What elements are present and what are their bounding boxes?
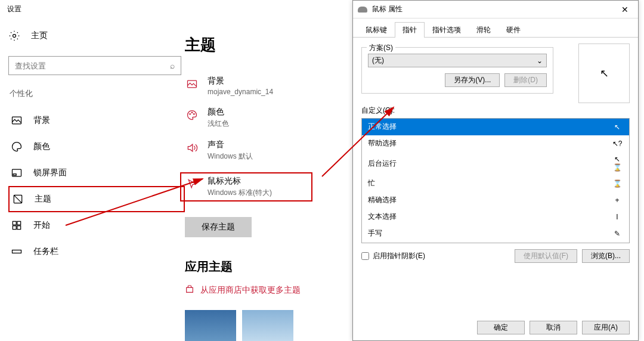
nav-theme[interactable]: 主题 — [8, 186, 185, 212]
svg-point-12 — [191, 112, 193, 113]
close-button[interactable]: ✕ — [612, 1, 638, 18]
picture-icon — [11, 114, 23, 126]
nav-label: 任务栏 — [33, 246, 58, 257]
nav-color[interactable]: 颜色 — [8, 134, 185, 160]
search-icon: ⌕ — [170, 61, 175, 70]
cursor-item-busy[interactable]: 忙 ⌛ — [362, 175, 629, 192]
checkbox-label: 启用指针阴影(E) — [373, 251, 425, 261]
cursor-name: 后台运行 — [368, 159, 397, 169]
save-theme-button[interactable]: 保存主题 — [185, 217, 252, 237]
cursor-preview: ↖ — [578, 44, 630, 103]
search-box[interactable]: ⌕ — [8, 56, 181, 75]
theme-thumbnails — [185, 310, 352, 341]
tab-pointer-options[interactable]: 指针选项 — [425, 22, 469, 38]
theme-item-title: 背景 — [208, 76, 273, 86]
cancel-button[interactable]: 取消 — [530, 321, 577, 334]
theme-item-sub: mojave_dynamic_14 — [208, 88, 273, 96]
nav-label: 开始 — [33, 220, 50, 231]
cursor-arrow-icon: ↖ — [611, 123, 623, 131]
cursor-item-help[interactable]: 帮助选择 ↖? — [362, 135, 629, 152]
cursor-name: 手写 — [368, 228, 382, 238]
theme-thumbnail[interactable] — [242, 310, 293, 341]
checkbox-input[interactable] — [361, 252, 369, 260]
dialog-tabs: 鼠标键 指针 指针选项 滑轮 硬件 — [353, 18, 638, 38]
cursor-name: 精确选择 — [368, 195, 397, 205]
cursor-name: 文本选择 — [368, 212, 397, 222]
cursor-item-text[interactable]: 文本选择 I — [362, 209, 629, 225]
cursor-crosshair-icon: + — [611, 196, 623, 204]
palette-icon — [185, 108, 199, 122]
cursor-busy-icon: ⌛ — [611, 179, 623, 188]
svg-rect-5 — [13, 221, 16, 225]
theme-item-sub: Windows 标准(特大) — [208, 188, 272, 198]
nav-taskbar[interactable]: 任务栏 — [8, 238, 185, 265]
dialog-titlebar[interactable]: 鼠标 属性 ✕ — [353, 1, 638, 18]
theme-item-title: 声音 — [208, 140, 253, 150]
cursor-icon — [185, 177, 199, 191]
palette-icon — [11, 141, 23, 153]
cursor-name: 正常选择 — [368, 122, 397, 132]
home-button[interactable]: 主页 — [8, 24, 185, 48]
nav-background[interactable]: 背景 — [8, 107, 185, 134]
store-icon — [185, 284, 194, 296]
svg-rect-6 — [17, 221, 21, 225]
search-input[interactable] — [15, 61, 170, 70]
svg-rect-7 — [13, 226, 16, 230]
theme-sound[interactable]: 声音 Windows 默认 — [185, 140, 352, 162]
tab-pointers[interactable]: 指针 — [395, 22, 425, 38]
theme-thumbnail[interactable] — [185, 310, 236, 341]
apply-button[interactable]: 应用(A) — [582, 321, 630, 334]
svg-point-0 — [13, 35, 16, 38]
scheme-group: 方案(S) (无) ⌄ 另存为(V)... 删除(D) — [361, 47, 553, 94]
save-as-button[interactable]: 另存为(V)... — [445, 73, 500, 87]
store-link[interactable]: 从应用商店中获取更多主题 — [185, 284, 352, 296]
mouse-properties-dialog: 鼠标 属性 ✕ 鼠标键 指针 指针选项 滑轮 硬件 方案(S) (无) ⌄ 另存… — [352, 0, 639, 341]
cursor-item-precision[interactable]: 精确选择 + — [362, 192, 629, 209]
custom-label: 自定义(C): — [361, 106, 630, 116]
tab-hardware[interactable]: 硬件 — [499, 22, 528, 38]
settings-titlebar: 设置 — [0, 0, 352, 18]
svg-point-13 — [194, 114, 195, 115]
theme-background[interactable]: 背景 mojave_dynamic_14 — [185, 76, 352, 96]
lockscreen-icon — [11, 167, 23, 179]
nav-lockscreen[interactable]: 锁屏界面 — [8, 160, 185, 186]
cursor-help-icon: ↖? — [611, 140, 623, 148]
theme-color[interactable]: 颜色 浅红色 — [185, 107, 352, 129]
pointer-shadow-checkbox[interactable]: 启用指针阴影(E) — [361, 251, 425, 261]
svg-point-11 — [190, 114, 191, 115]
taskbar-icon — [11, 246, 23, 258]
cursor-item-handwriting[interactable]: 手写 ✎ — [362, 225, 629, 242]
tab-wheel[interactable]: 滑轮 — [469, 22, 499, 38]
store-link-text: 从应用商店中获取更多主题 — [200, 285, 301, 296]
nav-label: 背景 — [33, 115, 50, 126]
nav-label: 主题 — [35, 194, 51, 204]
cursor-item-normal[interactable]: 正常选择 ↖ — [362, 119, 629, 135]
cursor-list[interactable]: 正常选择 ↖ 帮助选择 ↖? 后台运行 ↖⌛ 忙 ⌛ 精确选择 + 文本选择 I — [361, 118, 630, 243]
start-icon — [11, 219, 23, 231]
use-default-button[interactable]: 使用默认值(F) — [515, 249, 577, 263]
settings-window: 设置 主页 ⌕ 个性化 背景 颜色 — [0, 0, 352, 341]
delete-button[interactable]: 删除(D) — [504, 73, 547, 87]
tab-buttons[interactable]: 鼠标键 — [358, 22, 395, 38]
theme-cursor[interactable]: 鼠标光标 Windows 标准(特大) — [180, 172, 312, 202]
scheme-value: (无) — [372, 55, 384, 66]
nav-start[interactable]: 开始 — [8, 212, 185, 238]
apply-heading: 应用主题 — [185, 259, 352, 275]
browse-button[interactable]: 浏览(B)... — [582, 249, 630, 263]
cursor-working-icon: ↖⌛ — [611, 155, 623, 172]
theme-item-title: 鼠标光标 — [208, 176, 272, 187]
scheme-dropdown[interactable]: (无) ⌄ — [368, 54, 547, 67]
svg-rect-8 — [17, 226, 21, 230]
dialog-footer: 确定 取消 应用(A) — [477, 321, 630, 334]
nav-label: 锁屏界面 — [33, 168, 67, 178]
settings-title: 设置 — [7, 4, 21, 14]
theme-item-sub: Windows 默认 — [208, 151, 253, 162]
picture-icon — [185, 77, 199, 91]
ok-button[interactable]: 确定 — [477, 321, 525, 334]
cursor-item-unavailable[interactable]: 不可用 ⊘ — [362, 242, 629, 243]
speaker-icon — [185, 141, 199, 155]
home-label: 主页 — [31, 30, 48, 41]
gear-icon — [8, 30, 20, 42]
cursor-item-background[interactable]: 后台运行 ↖⌛ — [362, 152, 629, 175]
theme-item-sub: 浅红色 — [208, 119, 229, 129]
